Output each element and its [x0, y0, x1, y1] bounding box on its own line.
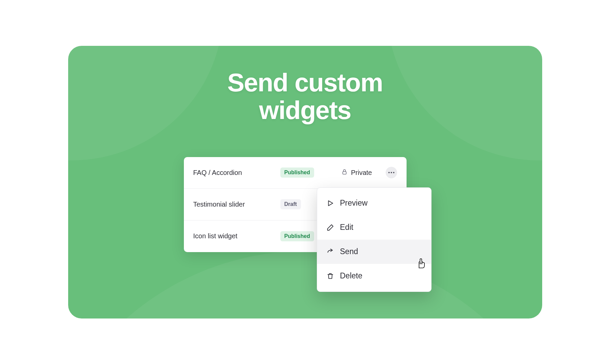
more-button[interactable]: [386, 167, 397, 178]
status-badge: Published: [280, 168, 314, 178]
table-row[interactable]: FAQ / AccordionPublishedPrivate: [184, 157, 407, 189]
page-title: Send custom widgets: [187, 69, 424, 124]
dots-horizontal-icon: [388, 172, 394, 173]
lock-icon: [341, 169, 348, 177]
context-menu: Preview Edit Send Delete: [317, 187, 432, 292]
svg-marker-1: [328, 201, 333, 206]
promo-canvas: Send custom widgets FAQ / AccordionPubli…: [68, 46, 542, 318]
visibility-label: Private: [351, 169, 372, 177]
menu-item-preview[interactable]: Preview: [317, 191, 431, 215]
menu-item-send[interactable]: Send: [317, 240, 431, 264]
menu-item-label: Delete: [340, 271, 362, 280]
visibility-cell: Private: [341, 169, 372, 177]
widget-name: Icon list widget: [193, 232, 280, 240]
widget-name: Testimonial slider: [193, 201, 280, 208]
menu-item-label: Preview: [340, 199, 368, 208]
status-badge: Draft: [280, 199, 301, 209]
svg-rect-0: [343, 172, 346, 174]
play-icon: [327, 200, 334, 207]
menu-item-delete[interactable]: Delete: [317, 264, 431, 288]
status-badge: Published: [280, 231, 314, 241]
menu-item-label: Edit: [340, 223, 354, 232]
widget-name: FAQ / Accordion: [193, 169, 280, 177]
trash-icon: [327, 272, 334, 280]
menu-item-label: Send: [340, 247, 358, 256]
bg-shape: [68, 251, 542, 318]
menu-item-edit[interactable]: Edit: [317, 215, 431, 240]
share-icon: [327, 248, 334, 255]
pencil-icon: [327, 224, 334, 231]
